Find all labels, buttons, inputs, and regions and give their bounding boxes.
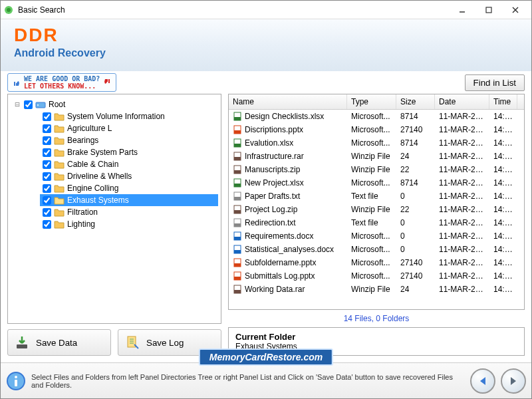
tree-checkbox[interactable] — [43, 172, 51, 181]
zip-file-icon — [233, 205, 242, 214]
list-row[interactable]: Submittals Log.pptxMicrosoft...2714011-M… — [229, 269, 524, 283]
cell-date: 11-MAR-2024 — [435, 244, 489, 255]
cell-time: 14:18 — [489, 257, 517, 268]
svg-rect-16 — [234, 130, 241, 134]
tree-item[interactable]: Exhaust Systems — [40, 194, 218, 206]
list-row[interactable]: Paper Drafts.txtText file011-MAR-202414:… — [229, 190, 524, 203]
list-row[interactable]: Manuscripts.zipWinzip File2211-MAR-20241… — [229, 163, 524, 176]
docx-file-icon — [233, 245, 242, 254]
col-name[interactable]: Name — [229, 94, 347, 109]
thumbs-up-icon — [12, 78, 21, 87]
col-time[interactable]: Time — [489, 94, 517, 109]
tree-item[interactable]: Agriculture L — [40, 122, 218, 134]
tree-checkbox[interactable] — [43, 208, 51, 217]
save-log-icon — [125, 335, 140, 350]
rar-file-icon — [233, 152, 242, 161]
cell-size: 22 — [396, 204, 435, 215]
cell-time: 14:12 — [489, 138, 517, 148]
cell-name: Submittals Log.pptx — [229, 271, 347, 281]
content: ⊟ Root System Volume InformationAgricult… — [1, 94, 531, 362]
cell-date: 11-MAR-2024 — [435, 138, 489, 148]
tree-item[interactable]: Engine Colling — [40, 182, 218, 194]
tree-checkbox[interactable] — [43, 136, 51, 145]
cell-date: 11-MAR-2024 — [435, 178, 489, 188]
svg-rect-36 — [234, 263, 241, 267]
current-folder-label: Current Folder — [235, 332, 517, 342]
close-button[interactable] — [502, 2, 529, 18]
tree-checkbox[interactable] — [24, 100, 33, 109]
nav-forward-button[interactable] — [501, 368, 526, 394]
cell-type: Winzip File — [347, 204, 396, 215]
list-row[interactable]: Working Data.rarWinzip File2411-MAR-2024… — [229, 283, 524, 296]
triangle-right-icon — [508, 376, 519, 386]
cell-time: 14:20 — [489, 191, 517, 201]
folder-icon — [54, 208, 65, 217]
tree-checkbox[interactable] — [43, 184, 51, 193]
nav-back-button[interactable] — [470, 368, 495, 394]
list-row[interactable]: Statistical_analyses.docxMicrosoft...011… — [229, 243, 524, 256]
cell-name: Paper Drafts.txt — [229, 191, 347, 201]
cell-type: Text file — [347, 191, 396, 201]
tree-item[interactable]: Cable & Chain — [40, 158, 218, 170]
collapse-icon[interactable]: ⊟ — [13, 100, 21, 109]
txt-file-icon — [233, 218, 242, 227]
pptx-file-icon — [233, 271, 242, 281]
tree-checkbox[interactable] — [43, 160, 51, 169]
list-row[interactable]: Subfoldername.pptxMicrosoft...2714011-MA… — [229, 256, 524, 269]
svg-rect-14 — [234, 117, 241, 120]
list-row[interactable]: New Project.xlsxMicrosoft...871411-MAR-2… — [229, 176, 524, 190]
folder-icon — [54, 184, 65, 193]
svg-point-42 — [15, 376, 17, 378]
tree-item[interactable]: Driveline & Whells — [40, 170, 218, 182]
svg-rect-38 — [234, 277, 241, 280]
tree-checkbox[interactable] — [43, 124, 51, 133]
cell-date: 11-MAR-2024 — [435, 284, 489, 295]
tree-checkbox[interactable] — [43, 148, 51, 157]
list-row[interactable]: Evalution.xlsxMicrosoft...871411-MAR-202… — [229, 136, 524, 150]
list-header: Name Type Size Date Time — [229, 94, 524, 110]
minimize-button[interactable] — [449, 2, 475, 18]
tree-checkbox[interactable] — [43, 196, 51, 205]
list-row[interactable]: Infrastructure.rarWinzip File2411-MAR-20… — [229, 150, 524, 163]
svg-rect-43 — [15, 380, 17, 386]
tree-checkbox[interactable] — [43, 112, 51, 121]
col-type[interactable]: Type — [347, 94, 396, 109]
tree-item-label: System Volume Information — [67, 112, 165, 121]
list-row[interactable]: Design Checklists.xlsxMicrosoft...871411… — [229, 110, 524, 123]
svg-rect-3 — [486, 7, 491, 13]
tree-item[interactable]: Brake System Parts — [40, 146, 218, 158]
footer-message: Select Files and Folders from left Panel… — [31, 373, 465, 389]
svg-point-1 — [7, 8, 11, 12]
tree-root[interactable]: ⊟ Root — [11, 98, 218, 110]
cell-name: Project Log.zip — [229, 204, 347, 215]
folder-tree[interactable]: ⊟ Root System Volume InformationAgricult… — [7, 94, 221, 324]
info-icon — [6, 371, 26, 391]
tree-item[interactable]: Filtration — [40, 206, 218, 218]
cell-size: 24 — [396, 284, 435, 295]
list-row[interactable]: Discriptions.pptxMicrosoft...2714011-MAR… — [229, 123, 524, 136]
cell-time: 14:25 — [489, 111, 517, 122]
cell-name: Statistical_analyses.docx — [229, 244, 347, 255]
pptx-file-icon — [233, 258, 242, 267]
feedback-button[interactable]: WE ARE GOOD OR BAD? LET OTHERS KNOW... — [7, 73, 116, 92]
tree-checkbox[interactable] — [43, 220, 51, 229]
col-date[interactable]: Date — [435, 94, 489, 109]
tree-item[interactable]: Lighting — [40, 218, 218, 230]
col-size[interactable]: Size — [396, 94, 435, 109]
cell-date: 11-MAR-2024 — [435, 217, 489, 228]
tree-item[interactable]: Bearings — [40, 134, 218, 146]
cell-type: Winzip File — [347, 284, 396, 295]
folder-icon — [54, 136, 65, 145]
cell-time: 14:05 — [489, 124, 517, 135]
save-data-button[interactable]: Save Data — [7, 329, 111, 356]
list-row[interactable]: Redirection.txtText file011-MAR-202414:0… — [229, 216, 524, 229]
cell-time: 14:22 — [489, 178, 517, 188]
tree-item[interactable]: System Volume Information — [40, 110, 218, 122]
list-row[interactable]: Requirements.docxMicrosoft...011-MAR-202… — [229, 229, 524, 243]
maximize-button[interactable] — [475, 2, 502, 18]
cell-type: Microsoft... — [347, 231, 396, 241]
find-in-list-button[interactable]: Find in List — [465, 74, 525, 91]
button-row: Save Data Save Log — [7, 329, 221, 356]
list-body[interactable]: Design Checklists.xlsxMicrosoft...871411… — [229, 110, 524, 309]
list-row[interactable]: Project Log.zipWinzip File2211-MAR-20241… — [229, 203, 524, 216]
